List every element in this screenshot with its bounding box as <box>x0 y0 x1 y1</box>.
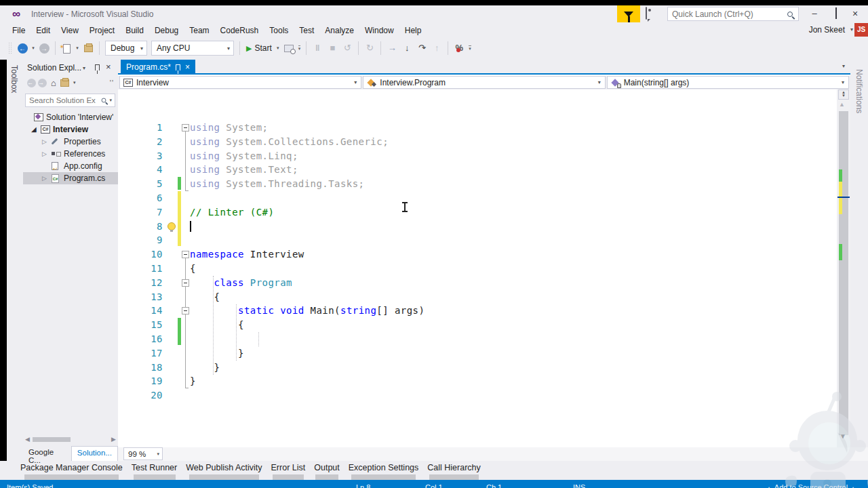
navigate-back-button[interactable]: ← <box>16 41 28 55</box>
step-into-button[interactable]: ↓ <box>401 41 413 55</box>
menu-view[interactable]: View <box>56 24 84 37</box>
add-item-button[interactable] <box>82 41 94 55</box>
scroll-up-icon[interactable]: ▲ <box>839 101 845 108</box>
menu-coderush[interactable]: CodeRush <box>215 24 264 37</box>
horizontal-scrollbar[interactable]: ◀ ▶ <box>23 434 118 445</box>
tool-tab-output[interactable]: Output <box>314 461 340 480</box>
step-over-button[interactable]: ↷ <box>416 41 428 55</box>
feedback-button[interactable] <box>646 7 659 20</box>
fold-collapse-icon[interactable] <box>182 307 189 314</box>
restore-button[interactable] <box>829 7 844 20</box>
filter-button[interactable] <box>617 5 640 22</box>
show-next-statement-button[interactable]: → <box>386 41 398 55</box>
tab-well-caret-icon[interactable]: ▾ <box>842 63 845 69</box>
back-dropdown-caret-icon[interactable]: ▾ <box>30 45 37 51</box>
new-file-dropdown-caret-icon[interactable]: ▾ <box>74 45 81 51</box>
menu-test[interactable]: Test <box>294 24 319 37</box>
fold-collapse-icon[interactable] <box>182 251 189 258</box>
collapse-arrow-icon[interactable]: ◢ <box>31 123 37 136</box>
quick-launch-input[interactable] <box>668 9 787 19</box>
menu-build[interactable]: Build <box>120 24 149 37</box>
code-line[interactable]: 14 static void Main(string[] args) <box>118 304 834 318</box>
user-dropdown-caret-icon[interactable]: ▾ <box>850 26 853 33</box>
menu-edit[interactable]: Edit <box>31 24 56 37</box>
toolbox-tab[interactable]: Toolbox <box>7 60 22 98</box>
code-line[interactable]: 4using System.Text; <box>118 163 834 177</box>
menu-analyze[interactable]: Analyze <box>319 24 359 37</box>
fold-collapse-icon[interactable] <box>182 279 189 287</box>
tool-tab-error-list[interactable]: Error List <box>271 461 306 480</box>
toolbar-overflow-dots[interactable]: '' <box>110 79 114 87</box>
sync-caret-icon[interactable]: ▾ <box>71 80 78 85</box>
code-line[interactable]: 9 <box>118 233 834 247</box>
minimize-button[interactable]: – <box>807 7 822 20</box>
quick-launch-box[interactable] <box>667 7 799 21</box>
code-line[interactable]: 17 } <box>118 346 834 361</box>
dropdown-caret-icon[interactable]: ▾ <box>598 79 605 85</box>
code-line[interactable]: 11{ <box>118 262 834 276</box>
menu-debug[interactable]: Debug <box>149 24 184 37</box>
tree-item-app-config[interactable]: App.config <box>23 160 118 172</box>
code-line[interactable]: 2using System.Collections.Generic; <box>118 135 834 149</box>
tree-item-program-cs[interactable]: ▷C#Program.cs <box>23 172 118 184</box>
platform-dropdown[interactable]: Any CPU▾ <box>151 41 234 56</box>
start-dropdown-caret-icon[interactable]: ▾ <box>275 45 281 51</box>
tool-tab-exception-settings[interactable]: Exception Settings <box>349 461 419 480</box>
tool-tab-web-publish-activity[interactable]: Web Publish Activity <box>186 461 262 480</box>
sync-with-active-document-icon[interactable] <box>60 79 69 87</box>
scroll-left-icon[interactable]: ◀ <box>25 436 30 443</box>
tab-close-icon[interactable]: × <box>185 62 190 72</box>
scrollbar-thumb[interactable] <box>33 437 71 442</box>
nav-dropdown-method[interactable]: Main(string[] args)▾ <box>607 76 849 89</box>
code-line[interactable]: 10namespace Interview <box>118 247 834 262</box>
navigate-forward-button[interactable]: → <box>38 41 50 55</box>
toolbar-overflow2-icon[interactable]: ▾ <box>469 45 471 51</box>
code-line[interactable]: 16 <box>118 332 834 346</box>
solution-search-box[interactable]: ▾ <box>25 94 115 107</box>
expand-arrow-icon[interactable]: ▷ <box>42 136 47 148</box>
nav-dropdown-csproj[interactable]: C#Interview▾ <box>119 76 361 89</box>
code-analysis-button[interactable]: % <box>453 41 465 55</box>
code-line[interactable]: 13 { <box>118 290 834 304</box>
attach-to-process-button[interactable] <box>283 41 295 55</box>
search-caret-icon[interactable]: ▾ <box>109 98 112 103</box>
code-line[interactable]: 1using System; <box>118 121 834 135</box>
close-button[interactable]: × <box>848 7 863 20</box>
nav-dropdown-class[interactable]: Interview.Program▾ <box>363 76 605 89</box>
code-line[interactable]: 3using System.Linq; <box>118 149 834 163</box>
new-file-button[interactable] <box>60 41 73 55</box>
code-line[interactable]: 6 <box>118 191 834 205</box>
code-line[interactable]: 20 <box>118 388 834 403</box>
dropdown-caret-icon[interactable]: ▾ <box>842 79 848 85</box>
code-line[interactable]: 19} <box>118 374 834 388</box>
menu-window[interactable]: Window <box>359 24 399 37</box>
tool-tab-test-runner[interactable]: Test Runner <box>132 461 177 480</box>
fold-collapse-icon[interactable] <box>182 124 189 131</box>
tree-item-properties[interactable]: ▷Properties <box>23 136 118 148</box>
splitter-handle-icon[interactable]: ▲▼ <box>838 89 849 100</box>
code-line[interactable]: 8 <box>118 220 834 234</box>
menu-project[interactable]: Project <box>84 24 120 37</box>
scroll-right-icon[interactable]: ▶ <box>111 436 116 443</box>
menu-team[interactable]: Team <box>184 24 214 37</box>
notifications-tab[interactable]: Notifications <box>852 60 867 123</box>
editor-vertical-scrollbar[interactable]: ▲▼ ▲ ▼ <box>837 89 850 447</box>
start-debug-button[interactable]: ▶Start <box>246 43 272 53</box>
expand-arrow-icon[interactable]: ▷ <box>42 172 47 184</box>
tree-item-solution-interview-[interactable]: Solution 'Interview' <box>23 111 118 123</box>
tool-tab-call-hierarchy[interactable]: Call Hierarchy <box>427 461 481 480</box>
menu-file[interactable]: File <box>7 24 31 37</box>
panel-tab-solution-[interactable]: Solution... <box>71 446 118 461</box>
toolbar-overflow-icon[interactable]: ▾ <box>298 45 301 51</box>
panel-menu-caret-icon[interactable]: ▾ <box>83 65 85 71</box>
scroll-down-icon[interactable]: ▼ <box>840 432 846 440</box>
menu-tools[interactable]: Tools <box>264 24 294 37</box>
expand-arrow-icon[interactable]: ▷ <box>42 148 47 160</box>
pin-icon[interactable] <box>95 64 100 70</box>
user-name[interactable]: Jon Skeet <box>809 25 845 35</box>
document-tab-program-cs[interactable]: Program.cs* × <box>121 60 195 75</box>
code-line[interactable]: 5using System.Threading.Tasks; <box>118 177 834 191</box>
code-editor[interactable]: 1using System;2using System.Collections.… <box>118 89 834 447</box>
add-to-source-control-button[interactable]: ▲Add to Source Control▲ <box>764 483 859 488</box>
panel-close-icon[interactable]: × <box>106 62 111 72</box>
